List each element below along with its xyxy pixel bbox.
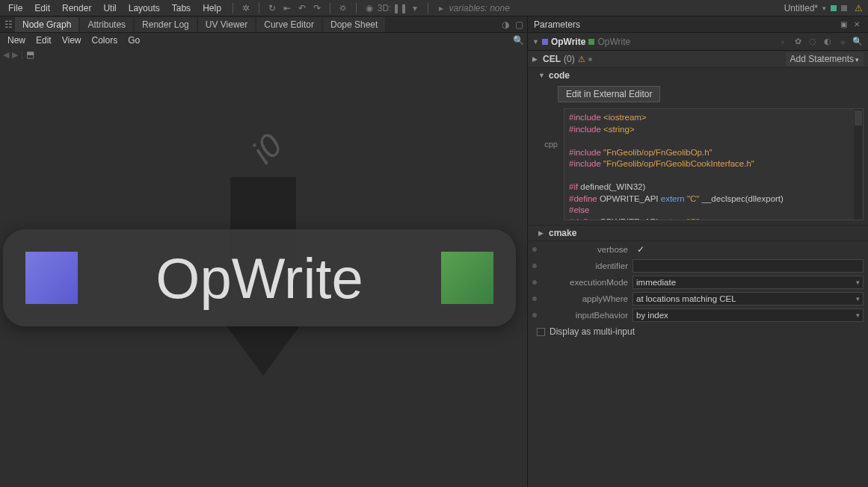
tab-render-log[interactable]: Render Log — [135, 17, 197, 32]
parameters-title: Parameters — [534, 19, 580, 30]
cel-count: (0) — [564, 54, 575, 64]
display-multi-checkbox[interactable] — [537, 328, 545, 336]
warning-icon[interactable]: ⚠ — [852, 1, 865, 15]
submenu-new[interactable]: New — [3, 34, 30, 47]
collapse-icon[interactable]: ▼ — [538, 72, 546, 79]
param-state-dot[interactable] — [532, 313, 537, 317]
back-icon[interactable]: ↶ — [295, 1, 309, 15]
apply-where-select[interactable]: at locations matching CEL▾ — [632, 292, 864, 305]
nav-forward-icon[interactable]: ▶ — [12, 50, 18, 60]
toggle-icon[interactable]: ◐ — [822, 36, 834, 48]
code-language-label: cpp — [541, 108, 558, 220]
render-icon[interactable]: ⛭ — [336, 1, 350, 15]
param-state-dot[interactable] — [532, 297, 537, 301]
link-icon[interactable]: ⟐ — [837, 36, 849, 48]
menu-tabs[interactable]: Tabs — [167, 1, 196, 15]
scrollbar[interactable] — [854, 109, 863, 220]
param-execution-mode: executionMode immediate▾ — [528, 274, 868, 291]
nav-sep: | — [21, 50, 23, 59]
status-indicator-green — [831, 5, 837, 11]
tab-maximize-icon[interactable]: ▢ — [512, 18, 526, 31]
input-port-label: i0 — [244, 126, 289, 171]
param-state-dot[interactable] — [532, 247, 537, 252]
input-behavior-label: inputBehavior — [541, 311, 628, 320]
display-multi-label: Display as multi-input — [550, 326, 635, 337]
title-dropdown-icon[interactable]: ▾ — [822, 4, 826, 12]
input-behavior-select[interactable]: by index▾ — [632, 308, 864, 322]
opwrite-node[interactable]: OpWrite — [3, 229, 516, 326]
add-statements-button[interactable]: Add Statements▾ — [786, 52, 864, 66]
param-state-dot[interactable] — [532, 264, 537, 268]
param-input-behavior: inputBehavior by index▾ — [528, 307, 868, 323]
code-label: code — [549, 70, 570, 81]
refresh-icon[interactable]: ↻ — [265, 1, 279, 15]
separator — [259, 3, 259, 13]
submenu-colors[interactable]: Colors — [87, 34, 123, 47]
edit-external-button[interactable]: Edit in External Editor — [558, 86, 660, 102]
menu-help[interactable]: Help — [197, 1, 227, 15]
edit-flag-icon[interactable] — [588, 39, 594, 45]
close-icon[interactable]: ✕ — [852, 19, 862, 30]
separator — [330, 3, 330, 13]
view-flag-icon[interactable] — [542, 39, 548, 45]
verbose-checkbox[interactable]: ✓ — [632, 244, 864, 255]
gear-icon[interactable]: ✿ — [792, 36, 804, 48]
menu-util[interactable]: Util — [98, 1, 121, 15]
collapse-icon[interactable]: ▼ — [532, 38, 539, 46]
tab-node-graph[interactable]: Node Graph — [15, 17, 79, 32]
cel-group: ▶ CEL (0) ⚠ Add Statements▾ — [528, 51, 868, 68]
search-icon[interactable]: 🔍 — [852, 36, 864, 48]
node-graph-viewport[interactable]: i0 OpWrite — [0, 61, 527, 487]
search-icon[interactable]: 🔍 — [513, 35, 524, 46]
node-header: ▼ OpWrite OpWrite ◦ ✿ ◌ ◐ ⟐ 🔍 — [528, 33, 868, 51]
forward-icon[interactable]: ↷ — [310, 1, 324, 15]
chevron-down-icon[interactable]: ▾ — [408, 1, 422, 15]
menu-file[interactable]: File — [3, 1, 28, 15]
pin-icon[interactable]: ▣ — [838, 19, 849, 30]
cel-group-header[interactable]: ▶ CEL (0) ⚠ Add Statements▾ — [528, 51, 868, 67]
pause-icon[interactable]: ❚❚ — [393, 1, 407, 15]
variables-label[interactable]: variables: none — [449, 3, 510, 13]
tab-dope-sheet[interactable]: Dope Sheet — [323, 17, 385, 32]
rewind-icon[interactable]: ⇤ — [280, 1, 294, 15]
menu-edit[interactable]: Edit — [29, 1, 55, 15]
param-state-dot[interactable] — [532, 280, 537, 285]
variables-caret-icon[interactable]: ▸ — [434, 1, 448, 15]
tab-dropdown-icon[interactable]: ☷ — [1, 18, 15, 31]
submenu-view[interactable]: View — [58, 34, 86, 47]
nav-back-icon[interactable]: ◀ — [3, 50, 9, 60]
status-indicator-dark — [841, 5, 847, 11]
lock-icon[interactable]: ◦ — [777, 36, 789, 48]
node-edit-indicator[interactable] — [441, 252, 493, 304]
param-display-multi-input: Display as multi-input — [528, 323, 868, 340]
nav-arrows: ◀ ▶ | ⬒ — [0, 48, 527, 61]
tab-options-icon[interactable]: ◑ — [499, 18, 512, 31]
status-dot — [588, 58, 592, 61]
identifier-input[interactable] — [632, 259, 864, 273]
code-editor[interactable]: #include <iostream>#include <string> #in… — [564, 108, 864, 220]
expand-icon[interactable]: ▶ — [532, 55, 540, 63]
view3d-label: 3D: — [378, 3, 392, 13]
document-title: Untitled* — [784, 3, 818, 13]
identifier-label: identifier — [541, 261, 628, 270]
execution-mode-select[interactable]: immediate▾ — [632, 276, 864, 289]
tab-curve-editor[interactable]: Curve Editor — [256, 17, 321, 32]
submenu-go[interactable]: Go — [123, 34, 144, 47]
submenu-edit[interactable]: Edit — [31, 34, 56, 47]
node-view-indicator[interactable] — [25, 252, 78, 304]
flush-caches-icon[interactable]: ✲ — [239, 1, 253, 15]
tab-attributes[interactable]: Attributes — [80, 17, 133, 32]
left-tabs-row: ☷ Node Graph Attributes Render Log UV Vi… — [0, 16, 527, 33]
node-graph-submenu: New Edit View Colors Go 🔍 — [0, 33, 527, 48]
globe-icon[interactable]: ◉ — [363, 1, 376, 15]
node-name[interactable]: OpWrite — [551, 37, 585, 47]
expand-icon[interactable]: ▶ — [538, 229, 546, 237]
cmake-group-header[interactable]: ▶ cmake — [528, 226, 868, 241]
menu-layouts[interactable]: Layouts — [123, 1, 165, 15]
code-group-header[interactable]: ▼ code — [528, 68, 868, 83]
apply-where-label: applyWhere — [541, 294, 628, 303]
nav-home-icon[interactable]: ⬒ — [26, 49, 34, 60]
dim-icon[interactable]: ◌ — [807, 36, 819, 48]
tab-uv-viewer[interactable]: UV Viewer — [198, 17, 255, 32]
menu-render[interactable]: Render — [57, 1, 96, 15]
